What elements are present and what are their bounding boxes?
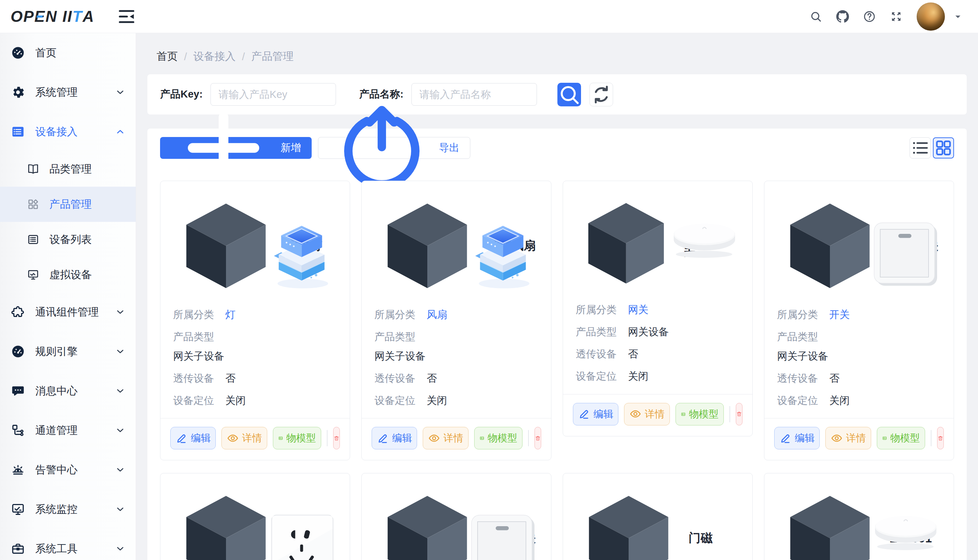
thing-model-icon bbox=[480, 436, 485, 441]
chevron-down-icon bbox=[115, 465, 125, 475]
detail-button[interactable]: 详情 bbox=[825, 427, 871, 449]
fullscreen-icon[interactable] bbox=[890, 10, 903, 23]
thing-model-button[interactable]: 物模型 bbox=[273, 427, 321, 449]
type-value: 网关设备 bbox=[628, 326, 669, 337]
product-image-gateway bbox=[665, 213, 742, 293]
thing-model-button[interactable]: 物模型 bbox=[474, 427, 523, 449]
chevron-down-icon[interactable] bbox=[953, 12, 963, 21]
sidebar-item-system-tools[interactable]: 系统工具 bbox=[0, 529, 136, 560]
type-value: 网关子设备 bbox=[173, 350, 337, 362]
search-button[interactable] bbox=[557, 83, 581, 107]
sidebar-item-comm-component-management[interactable]: 通讯组件管理 bbox=[0, 292, 136, 332]
edit-button[interactable]: 编辑 bbox=[774, 427, 820, 449]
trash-icon bbox=[938, 435, 943, 441]
button-divider bbox=[931, 430, 931, 446]
edit-icon bbox=[377, 432, 389, 444]
product-card-body: 调光灯 所属分类灯 产品类型网关子设备 透传设备否 设备定位关闭 bbox=[160, 181, 350, 418]
sidebar-item-home[interactable]: 首页 bbox=[0, 33, 136, 73]
chevron-down-icon bbox=[115, 504, 125, 514]
github-icon[interactable] bbox=[836, 10, 849, 23]
delete-button[interactable] bbox=[535, 427, 541, 449]
flow-icon bbox=[10, 423, 25, 438]
eye-icon bbox=[629, 408, 641, 420]
product-image-switch bbox=[867, 220, 944, 299]
edit-button[interactable]: 编辑 bbox=[170, 427, 216, 449]
category-link[interactable]: 开关 bbox=[829, 309, 850, 320]
product-card: 调光灯 所属分类灯 产品类型网关子设备 透传设备否 设备定位关闭 编辑 详情 bbox=[160, 181, 350, 460]
button-divider bbox=[528, 430, 529, 446]
help-icon[interactable] bbox=[863, 10, 876, 23]
passthrough-value: 否 bbox=[225, 373, 236, 384]
passthrough-row: 透传设备否 bbox=[777, 372, 941, 385]
detail-button[interactable]: 详情 bbox=[221, 427, 267, 449]
sidebar-item-alarm-center[interactable]: 告警中心 bbox=[0, 450, 136, 490]
product-image-cubes bbox=[263, 220, 340, 299]
thing-model-button[interactable]: 物模型 bbox=[675, 403, 724, 425]
reset-button[interactable] bbox=[590, 83, 613, 107]
button-divider bbox=[729, 406, 730, 422]
sidebar-item-label: 消息中心 bbox=[35, 384, 78, 398]
sidebar-item-label: 产品管理 bbox=[49, 197, 92, 212]
export-button[interactable]: 导出 bbox=[318, 137, 470, 159]
delete-button[interactable] bbox=[937, 427, 944, 449]
locate-value: 关闭 bbox=[628, 370, 649, 382]
list-view-button[interactable] bbox=[909, 137, 931, 158]
category-link[interactable]: 网关 bbox=[628, 304, 649, 315]
product-card: 插座 SIEMENS 所属分类智能插座 产品类型网关子设备 透传设备否 设备定位… bbox=[160, 473, 350, 560]
passthrough-value: 否 bbox=[426, 373, 437, 384]
type-value: 网关子设备 bbox=[777, 350, 941, 362]
thing-model-button[interactable]: 物模型 bbox=[877, 427, 925, 449]
sidebar-item-product-management[interactable]: 产品管理 bbox=[0, 187, 136, 222]
chevron-down-icon bbox=[115, 307, 125, 317]
sidebar-item-category-management[interactable]: 品类管理 bbox=[0, 152, 136, 187]
product-card-grid: 调光灯 所属分类灯 产品类型网关子设备 透传设备否 设备定位关闭 编辑 详情 bbox=[160, 181, 954, 560]
sidebar-item-system-monitor[interactable]: 系统监控 bbox=[0, 490, 136, 529]
breadcrumb-separator: / bbox=[184, 51, 187, 63]
sidebar-item-channel-management[interactable]: 通道管理 bbox=[0, 411, 136, 450]
type-value: 网关子设备 bbox=[374, 350, 538, 362]
product-card: 三路开关 所属分类开关 产品类型网关子设备 透传设备否 设备定位关闭 编辑 详情 bbox=[764, 181, 954, 460]
sidebar-item-device-list[interactable]: 设备列表 bbox=[0, 222, 136, 257]
product-card: 智能风扇 所属分类风扇 产品类型网关子设备 透传设备否 设备定位关闭 编辑 详情 bbox=[361, 181, 552, 460]
message-icon bbox=[10, 383, 25, 398]
grid-view-button[interactable] bbox=[933, 137, 954, 158]
detail-button[interactable]: 详情 bbox=[423, 427, 468, 449]
breadcrumb-item: 产品管理 bbox=[251, 49, 294, 64]
sidebar-item-message-center[interactable]: 消息中心 bbox=[0, 371, 136, 411]
chevron-down-icon bbox=[115, 544, 125, 554]
edit-button[interactable]: 编辑 bbox=[573, 403, 619, 425]
eye-icon bbox=[428, 432, 440, 444]
sidebar-item-system-management[interactable]: 系统管理 bbox=[0, 73, 136, 112]
toolbox-icon bbox=[10, 541, 25, 556]
category-link[interactable]: 灯 bbox=[225, 309, 236, 320]
product-card: ZGW01 所属分类网关 产品类型网关设备 透传设备否 设备定位关闭 编辑 详情 bbox=[764, 473, 954, 560]
gear-icon bbox=[10, 85, 25, 100]
sidebar-item-label: 告警中心 bbox=[35, 463, 78, 477]
product-image-cubes bbox=[464, 220, 541, 299]
product-name: 门磁 bbox=[689, 530, 713, 546]
avatar[interactable] bbox=[917, 2, 945, 31]
product-card-body: 一路开关 所属分类开关 产品类型网关子设备 透传设备否 设备定位关闭 bbox=[362, 473, 551, 560]
detail-button[interactable]: 详情 bbox=[624, 403, 669, 425]
sidebar-collapse-button[interactable] bbox=[116, 6, 137, 27]
category-row: 所属分类风扇 bbox=[374, 308, 538, 321]
sidebar-item-rule-engine[interactable]: 规则引擎 bbox=[0, 332, 136, 371]
passthrough-row: 透传设备否 bbox=[374, 372, 538, 385]
category-link[interactable]: 风扇 bbox=[426, 309, 447, 320]
delete-button[interactable] bbox=[333, 427, 340, 449]
add-button[interactable]: 新增 bbox=[160, 137, 312, 159]
topbar: OPEN IITA bbox=[0, 0, 978, 33]
sidebar-item-device-access[interactable]: 设备接入 bbox=[0, 112, 136, 152]
button-divider bbox=[327, 430, 328, 446]
product-card-body: 三路开关 所属分类开关 产品类型网关子设备 透传设备否 设备定位关闭 bbox=[764, 181, 954, 418]
product-image-socket: SIEMENS bbox=[263, 512, 340, 560]
list-icon bbox=[27, 233, 40, 246]
breadcrumb-item[interactable]: 首页 bbox=[157, 49, 178, 64]
refresh-icon bbox=[590, 83, 613, 106]
sidebar-item-virtual-device[interactable]: 虚拟设备 bbox=[0, 257, 136, 292]
chevron-down-icon bbox=[115, 347, 125, 357]
search-icon[interactable] bbox=[809, 10, 822, 23]
app-logo: OPEN IITA bbox=[10, 8, 94, 25]
delete-button[interactable] bbox=[736, 403, 742, 425]
edit-button[interactable]: 编辑 bbox=[371, 427, 417, 449]
